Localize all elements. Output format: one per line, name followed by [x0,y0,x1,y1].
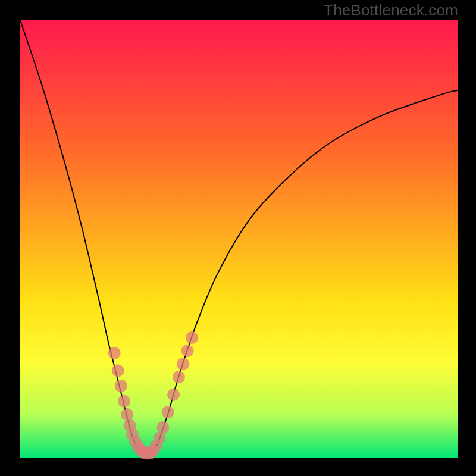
data-dots [108,331,198,459]
data-dot [181,345,194,357]
plot-area [20,20,458,458]
data-dot [186,331,198,344]
watermark-text: TheBottleneck.com [324,1,458,20]
data-dot [162,406,174,418]
data-dot [177,358,189,370]
data-dot [167,389,180,401]
data-dot [121,408,133,421]
data-dot [156,421,169,434]
data-dot [108,347,121,359]
data-dot [115,380,127,392]
bottleneck-curve [20,20,458,453]
chart-svg [20,20,458,458]
data-dot [118,395,130,408]
data-dot [112,364,124,377]
outer-frame: TheBottleneck.com [0,0,476,476]
data-dot [173,371,185,383]
